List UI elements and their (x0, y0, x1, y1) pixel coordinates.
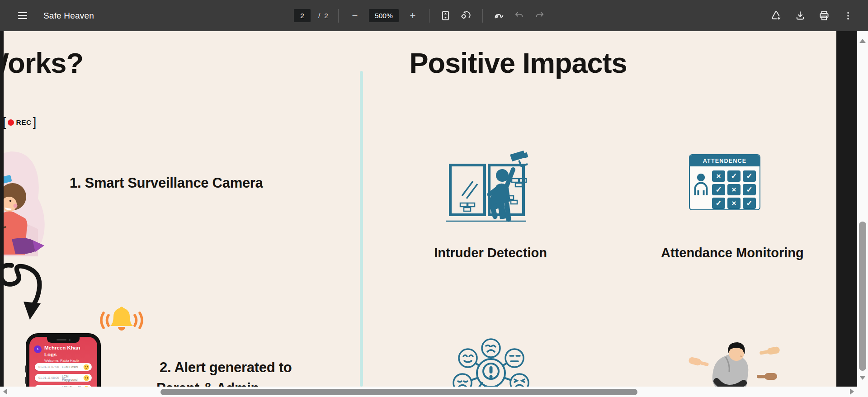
zoom-out-button[interactable]: − (349, 9, 361, 22)
vertical-scrollbar-thumb[interactable] (859, 222, 866, 371)
attendance-card-title: ATTENDENCE (690, 155, 760, 166)
redo-icon (534, 10, 545, 21)
document-title: Safe Heaven (43, 11, 94, 21)
phone-side-button (25, 377, 27, 384)
zoom-in-button[interactable]: + (406, 9, 419, 22)
person-icon (693, 170, 708, 198)
print-icon (819, 10, 830, 21)
annotate-button[interactable] (493, 9, 505, 22)
attendance-cell: ✓ (727, 170, 741, 182)
smiley-emoji-icon (83, 375, 90, 381)
phone-app-header: ‹ Mehreen Khan Logs Welcome, Rabia Hasib (34, 345, 94, 363)
page-separator: / (318, 12, 320, 20)
ink-pen-icon (494, 10, 505, 21)
step2-text-line1: 2. Alert generated to (160, 359, 292, 376)
redo-button[interactable] (533, 9, 546, 22)
attendance-cell: × (727, 198, 741, 209)
attendance-cell: ✓ (743, 170, 756, 182)
log-entry: 01-01-11 08:00 LCM Playground (35, 374, 92, 382)
fit-to-page-button[interactable] (439, 9, 452, 22)
toolbar-page-controls: /2 − 500% + (294, 0, 546, 31)
attendance-cell: ✓ (743, 198, 756, 209)
rec-indicator: [ REC ] (4, 116, 36, 128)
undo-icon (514, 10, 524, 21)
hamburger-icon (18, 12, 27, 19)
bullying-victim-illustration (684, 333, 786, 387)
vertical-scrollbar[interactable] (857, 31, 868, 387)
more-options-button[interactable] (842, 9, 854, 22)
curvy-arrow-icon (4, 263, 66, 335)
phone-screen: ‹ Mehreen Khan Logs Welcome, Rabia Hasib… (29, 337, 97, 387)
attendance-cell: ✓ (743, 184, 756, 195)
rotate-button[interactable] (460, 9, 472, 22)
attendance-cell: × (727, 184, 741, 195)
log-time: 01-01-11 08:00 (38, 376, 62, 379)
toolbar: Safe Heaven /2 − 500% + (0, 0, 868, 31)
toolbar-divider (338, 9, 339, 23)
phone-app-title: Mehreen Khan Logs (44, 345, 94, 358)
attendance-cell: × (712, 170, 725, 182)
print-button[interactable] (818, 9, 830, 22)
attendance-grid: × ✓ ✓ ✓ × ✓ ✓ × ✓ (712, 170, 756, 209)
left-slide-heading: Works? (4, 47, 83, 79)
log-entry: 01-01-11 07:00 LCM Hostel (35, 363, 92, 371)
phone-side-button (25, 365, 27, 373)
intruder-detection-icon (444, 147, 532, 224)
download-button[interactable] (794, 9, 807, 22)
page-number-input[interactable] (294, 9, 311, 22)
pdf-page: Works? [ REC ] (4, 31, 836, 387)
fit-to-page-icon (440, 10, 451, 21)
back-arrow-icon: ‹ (34, 345, 42, 353)
horizontal-scrollbar[interactable] (0, 387, 857, 397)
scroll-up-arrow[interactable] (859, 39, 866, 43)
scroll-left-arrow[interactable] (3, 388, 7, 395)
toolbar-divider (429, 9, 429, 23)
phone-notch (47, 337, 80, 343)
toolbar-actions (770, 0, 854, 31)
download-icon (795, 10, 806, 21)
toolbar-divider (482, 9, 483, 23)
rec-dot-icon (8, 119, 14, 126)
phone-mockup: ‹ Mehreen Khan Logs Welcome, Rabia Hasib… (26, 334, 100, 387)
zoom-level-display[interactable]: 500% (369, 9, 399, 22)
log-location: LCM Hostel (62, 365, 83, 369)
emotion-network-icon (453, 338, 529, 387)
toolbar-left: Safe Heaven (0, 0, 94, 31)
step2-text-line2: Parent & Admin (156, 380, 259, 387)
more-options-icon (843, 11, 853, 21)
add-to-drive-icon (771, 10, 782, 21)
page-total-value: 2 (324, 12, 328, 20)
smiley-emoji-icon (83, 364, 90, 370)
rec-label: REC (16, 118, 32, 127)
add-to-drive-button[interactable] (770, 9, 783, 22)
horizontal-scrollbar-thumb[interactable] (160, 389, 637, 395)
rec-bracket-right: ] (33, 116, 37, 128)
page-count: /2 (318, 12, 328, 20)
slide-divider-line (360, 71, 363, 387)
attendance-cell: ✓ (712, 198, 725, 209)
rec-bracket-left: [ (4, 116, 6, 128)
document-viewport[interactable]: Works? [ REC ] (0, 31, 868, 387)
alert-bell-icon (99, 304, 144, 336)
pdf-viewer-window: Safe Heaven /2 − 500% + (0, 0, 868, 397)
attendance-cell: ✓ (712, 184, 725, 195)
attendance-monitoring-icon: ATTENDENCE × ✓ ✓ ✓ × ✓ ✓ (689, 154, 760, 210)
right-slide-heading: Positive Impacts (396, 47, 640, 79)
log-time: 01-01-11 07:00 (38, 365, 62, 369)
woman-with-camera-illustration (4, 150, 52, 258)
step1-text: 1. Smart Surveillance Camera (70, 175, 263, 191)
log-location: LCM Playground (62, 375, 83, 381)
scrollbar-corner (857, 387, 868, 397)
rotate-icon (461, 10, 471, 21)
attendance-monitoring-label: Attendance Monitoring (661, 246, 803, 260)
undo-button[interactable] (513, 9, 526, 22)
menu-button[interactable] (16, 9, 29, 22)
intruder-detection-label: Intruder Detection (420, 246, 561, 260)
phone-app-subtitle: Welcome, Rabia Hasib (44, 359, 94, 363)
scroll-down-arrow[interactable] (859, 376, 866, 380)
scroll-right-arrow[interactable] (850, 388, 854, 395)
